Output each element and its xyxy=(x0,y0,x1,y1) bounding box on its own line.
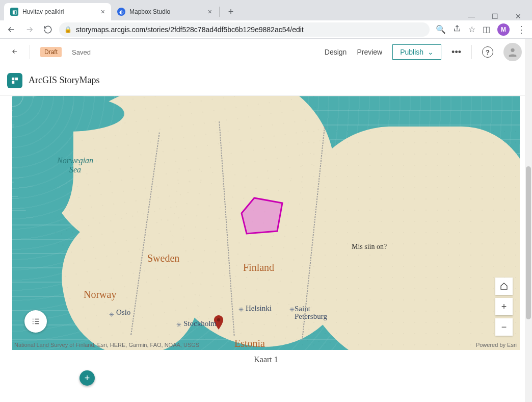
svg-point-2 xyxy=(217,318,221,322)
close-icon[interactable]: × xyxy=(101,8,105,16)
city-label-helsinki: Helsinki xyxy=(246,304,272,313)
sea-label-norwegian: Norwegian Sea xyxy=(57,156,93,174)
map-legend-button[interactable] xyxy=(24,310,47,333)
city-marker-oslo xyxy=(111,314,116,319)
new-tab-button[interactable]: + xyxy=(224,5,238,19)
city-marker-helsinki xyxy=(241,309,246,314)
nav-reload-button[interactable] xyxy=(41,22,55,37)
map-zoom-in-button[interactable]: + xyxy=(495,298,513,315)
favicon-mapbox: ◐ xyxy=(117,8,125,16)
tab-title: Huvitav pealkiri xyxy=(22,8,97,15)
window-controls: ― ☐ ✕ xyxy=(465,10,532,20)
add-block-button[interactable]: + xyxy=(79,370,95,386)
saved-status: Saved xyxy=(72,48,91,56)
publish-button[interactable]: Publish ⌄ xyxy=(392,44,441,60)
svg-point-0 xyxy=(511,48,514,52)
separator xyxy=(30,45,30,59)
separator xyxy=(471,45,472,59)
publish-label: Publish xyxy=(400,48,423,56)
browser-tab-active[interactable]: ◧ Huvitav pealkiri × xyxy=(4,3,111,20)
app-header: Draft Saved Design Preview Publish ⌄ •••… xyxy=(0,39,532,65)
map-frame[interactable]: Norwegian Sea Norway Sweden Finland Esto… xyxy=(12,96,520,350)
map-powered-by: Powered by Esri xyxy=(476,342,517,348)
browser-tab-strip: ◧ Huvitav pealkiri × ◐ Mapbox Studio × +… xyxy=(0,0,532,20)
tab-separator xyxy=(219,7,220,17)
country-label-finland: Finland xyxy=(243,262,274,273)
draft-badge: Draft xyxy=(40,47,62,57)
close-icon[interactable]: × xyxy=(208,8,212,16)
map-caption[interactable]: Kaart 1 xyxy=(0,355,532,364)
window-maximize-icon[interactable]: ☐ xyxy=(488,12,501,20)
story-content: Norwegian Sea Norway Sweden Finland Esto… xyxy=(0,96,532,402)
design-link[interactable]: Design xyxy=(325,48,347,56)
map-home-button[interactable] xyxy=(495,278,513,295)
city-label-stockholm: Stockholm xyxy=(183,319,217,328)
scrollbar-thumb[interactable] xyxy=(526,166,531,319)
preview-link[interactable]: Preview xyxy=(357,48,382,56)
brand-bar: ArcGIS StoryMaps xyxy=(0,65,532,96)
city-label-stpetersburg: Saint Petersburg xyxy=(295,305,327,320)
lock-icon: 🔒 xyxy=(64,26,72,33)
zoom-icon[interactable]: 🔍 xyxy=(436,24,446,34)
map-zoom-out-button[interactable]: − xyxy=(495,318,513,336)
address-bar[interactable]: 🔒 storymaps.arcgis.com/stories/2fdf528c7… xyxy=(59,22,430,37)
page-scrollbar[interactable] xyxy=(525,39,532,402)
svg-marker-1 xyxy=(242,198,282,234)
nav-back-button[interactable] xyxy=(4,22,18,37)
city-marker-stockholm xyxy=(178,324,183,330)
chevron-down-icon: ⌄ xyxy=(428,48,434,56)
city-label-oslo: Oslo xyxy=(116,308,130,317)
app-back-button[interactable] xyxy=(10,47,19,58)
country-label-norway: Norway xyxy=(84,289,116,300)
map-attribution: National Land Survey of Finland, Esri, H… xyxy=(14,342,199,348)
storymaps-logo-icon xyxy=(7,73,22,88)
share-icon[interactable] xyxy=(453,24,461,35)
browser-profile-avatar[interactable]: M xyxy=(497,23,510,36)
user-avatar[interactable] xyxy=(503,43,522,61)
nav-forward-button[interactable] xyxy=(22,22,37,37)
country-label-sweden: Sweden xyxy=(147,253,179,264)
more-menu-button[interactable]: ••• xyxy=(451,47,461,58)
country-label-estonia: Estonia xyxy=(234,338,265,349)
brand-name: ArcGIS StoryMaps xyxy=(29,75,100,86)
browser-tab[interactable]: ◐ Mapbox Studio × xyxy=(111,3,218,20)
land-russia xyxy=(298,127,520,350)
help-button[interactable]: ? xyxy=(482,46,493,58)
map-annotation[interactable]: Mis siin on? xyxy=(352,243,387,251)
browser-menu-icon[interactable]: ⋮ xyxy=(517,24,526,35)
window-close-icon[interactable]: ✕ xyxy=(512,12,525,20)
url-text: storymaps.arcgis.com/stories/2fdf528c78a… xyxy=(76,26,304,34)
browser-toolbar: 🔒 storymaps.arcgis.com/stories/2fdf528c7… xyxy=(0,20,532,39)
tab-title: Mapbox Studio xyxy=(129,8,204,15)
window-minimize-icon[interactable]: ― xyxy=(465,12,478,20)
bookmark-icon[interactable]: ☆ xyxy=(468,24,475,34)
reader-icon[interactable]: ◫ xyxy=(483,24,490,34)
favicon-storymaps: ◧ xyxy=(10,8,18,16)
map-polygon-overlay[interactable] xyxy=(239,195,285,236)
